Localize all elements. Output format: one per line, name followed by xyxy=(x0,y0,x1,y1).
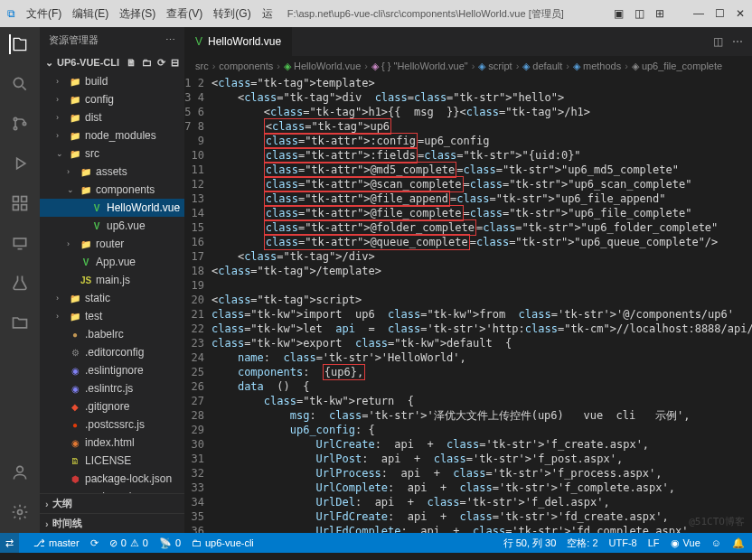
tree-item-config[interactable]: ›📁config xyxy=(40,90,184,108)
port[interactable]: 📡 0 xyxy=(159,537,181,549)
breadcrumb-seg[interactable]: ◈script xyxy=(478,61,512,72)
menu-edit[interactable]: 编辑(E) xyxy=(72,6,108,22)
svg-rect-7 xyxy=(22,205,27,210)
breadcrumb[interactable]: src›components›◈HelloWorld.vue›◈{ } "Hel… xyxy=(184,56,752,76)
split-editor-icon[interactable]: ◫ xyxy=(713,35,723,48)
tree-item-assets[interactable]: ›📁assets xyxy=(40,163,184,181)
test-icon[interactable] xyxy=(10,273,30,293)
breadcrumb-seg[interactable]: ◈methods xyxy=(573,61,621,72)
tree-item-components[interactable]: ⌄📁components xyxy=(40,181,184,199)
folder-icon[interactable] xyxy=(10,313,30,332)
breadcrumb-seg[interactable]: ◈{ } "HelloWorld.vue" xyxy=(371,61,468,72)
breadcrumb-seg[interactable]: components xyxy=(219,61,273,71)
tree-item-LICENSE[interactable]: 🗎LICENSE xyxy=(40,452,184,470)
file-tree[interactable]: ›📁build›📁config›📁dist›📁node_modules⌄📁src… xyxy=(40,72,184,493)
svg-point-0 xyxy=(14,78,23,87)
svg-rect-8 xyxy=(14,238,25,246)
breadcrumb-seg[interactable]: ◈default xyxy=(522,61,562,72)
menu-file[interactable]: 文件(F) xyxy=(26,6,61,22)
search-icon[interactable] xyxy=(10,74,30,94)
tab-helloworld[interactable]: V HelloWorld.vue xyxy=(184,27,293,56)
indentation[interactable]: 空格: 2 xyxy=(567,537,597,550)
layout-icon-3[interactable]: ⊞ xyxy=(655,7,664,20)
tree-item-index-html[interactable]: ◉index.html xyxy=(40,434,184,452)
tree-item--babelrc[interactable]: ●.babelrc xyxy=(40,325,184,343)
remote-icon[interactable] xyxy=(10,233,30,253)
line-gutter: 1 2 3 4 5 6 7 8 9 10 11 12 13 14 15 16 1… xyxy=(184,76,212,533)
encoding[interactable]: UTF-8 xyxy=(609,537,637,548)
watermark: @51CTO博客 xyxy=(689,515,745,529)
sidebar-header: 资源管理器 ⋯ xyxy=(40,27,184,52)
tree-item--editorconfig[interactable]: ⚙.editorconfig xyxy=(40,343,184,361)
new-folder-icon[interactable]: 🗀 xyxy=(142,57,152,69)
breadcrumb-seg[interactable]: src xyxy=(195,61,209,71)
git-branch[interactable]: ⎇ master xyxy=(33,537,80,549)
debug-icon[interactable] xyxy=(10,154,30,173)
tree-item-dist[interactable]: ›📁dist xyxy=(40,108,184,126)
minimize-button[interactable]: — xyxy=(693,7,704,20)
sidebar-more-icon[interactable]: ⋯ xyxy=(165,34,175,46)
tree-item--eslintignore[interactable]: ◉.eslintignore xyxy=(40,361,184,379)
cursor-position[interactable]: 行 50, 列 30 xyxy=(503,537,557,550)
code-content[interactable]: <class="tk-tag">template> <class="tk-tag… xyxy=(212,76,752,533)
svg-point-1 xyxy=(14,117,16,120)
new-file-icon[interactable]: 🗎 xyxy=(127,57,136,69)
timeline-section[interactable]: ›时间线 xyxy=(40,513,184,533)
tree-item-HelloWorld-vue[interactable]: VHelloWorld.vue xyxy=(40,199,184,217)
menu-select[interactable]: 选择(S) xyxy=(119,6,155,22)
activity-bar xyxy=(0,27,40,533)
gear-icon[interactable] xyxy=(10,502,30,522)
refresh-icon[interactable]: ⟳ xyxy=(157,57,165,69)
code-editor[interactable]: 1 2 3 4 5 6 7 8 9 10 11 12 13 14 15 16 1… xyxy=(184,76,752,533)
menu-goto[interactable]: 转到(G) xyxy=(213,6,250,22)
tree-item-router[interactable]: ›📁router xyxy=(40,235,184,253)
svg-rect-5 xyxy=(22,197,27,202)
tree-item-static[interactable]: ›📁static xyxy=(40,289,184,307)
source-control-icon[interactable] xyxy=(10,114,30,134)
outline-section[interactable]: ›大纲 xyxy=(40,493,184,513)
account-icon[interactable] xyxy=(10,462,30,482)
tree-item--gitignore[interactable]: ◆.gitignore xyxy=(40,397,184,415)
svg-rect-4 xyxy=(14,197,19,202)
extensions-icon[interactable] xyxy=(10,193,30,213)
svg-point-9 xyxy=(17,466,24,472)
layout-icon-2[interactable]: ◫ xyxy=(634,7,644,20)
sync-button[interactable]: ⟳ xyxy=(90,537,99,549)
tree-item-main-js[interactable]: JSmain.js xyxy=(40,271,184,289)
sidebar-title: 资源管理器 xyxy=(49,33,99,47)
project-section[interactable]: ⌄ UP6-VUE-CLI 🗎 🗀 ⟳ ⊟ xyxy=(40,52,184,72)
tree-item-package-lock-json[interactable]: ⬢package-lock.json xyxy=(40,470,184,488)
tree-item-node_modules[interactable]: ›📁node_modules xyxy=(40,126,184,145)
editor-area: V HelloWorld.vue ◫ ⋯ src›components›◈Hel… xyxy=(184,27,752,533)
menu-view[interactable]: 查看(V) xyxy=(166,6,202,22)
project-name[interactable]: 🗀 up6-vue-cli xyxy=(192,537,254,548)
sidebar: 资源管理器 ⋯ ⌄ UP6-VUE-CLI 🗎 🗀 ⟳ ⊟ ›📁build›📁c… xyxy=(40,27,184,533)
maximize-button[interactable]: ☐ xyxy=(715,7,725,20)
tree-item-src[interactable]: ⌄📁src xyxy=(40,145,184,163)
svg-point-2 xyxy=(14,126,16,129)
tree-item-App-vue[interactable]: VApp.vue xyxy=(40,253,184,271)
tree-item-test[interactable]: ›📁test xyxy=(40,307,184,325)
tree-item-up6-vue[interactable]: Vup6.vue xyxy=(40,217,184,235)
eol[interactable]: LF xyxy=(648,537,660,548)
tree-item--eslintrc-js[interactable]: ◉.eslintrc.js xyxy=(40,379,184,397)
tab-bar: V HelloWorld.vue ◫ ⋯ xyxy=(184,27,752,56)
tree-item--postcssrc-js[interactable]: ●.postcssrc.js xyxy=(40,415,184,434)
language-mode[interactable]: ◉ Vue xyxy=(671,537,700,549)
close-button[interactable]: ✕ xyxy=(736,7,745,20)
breadcrumb-seg[interactable]: ◈HelloWorld.vue xyxy=(284,61,361,72)
feedback-icon[interactable]: ☺ xyxy=(711,537,721,548)
more-icon[interactable]: ⋯ xyxy=(732,35,743,48)
layout-icon[interactable]: ▣ xyxy=(614,7,624,20)
bell-icon[interactable]: 🔔 xyxy=(732,537,745,549)
remote-indicator[interactable]: ⇄ xyxy=(0,533,19,553)
collapse-icon[interactable]: ⊟ xyxy=(171,57,179,69)
window-title-path: F:\asp.net\up6-vue-cli\src\components\He… xyxy=(287,7,564,21)
explorer-icon[interactable] xyxy=(9,34,29,54)
breadcrumb-seg[interactable]: ◈up6_file_complete xyxy=(632,61,722,72)
svg-point-10 xyxy=(18,510,23,515)
menu-run[interactable]: 运 xyxy=(262,6,273,22)
tree-item-build[interactable]: ›📁build xyxy=(40,72,184,90)
problems[interactable]: ⊘ 0 ⚠ 0 xyxy=(109,537,148,549)
titlebar: ⧉ 文件(F) 编辑(E) 选择(S) 查看(V) 转到(G) 运 F:\asp… xyxy=(0,0,752,27)
